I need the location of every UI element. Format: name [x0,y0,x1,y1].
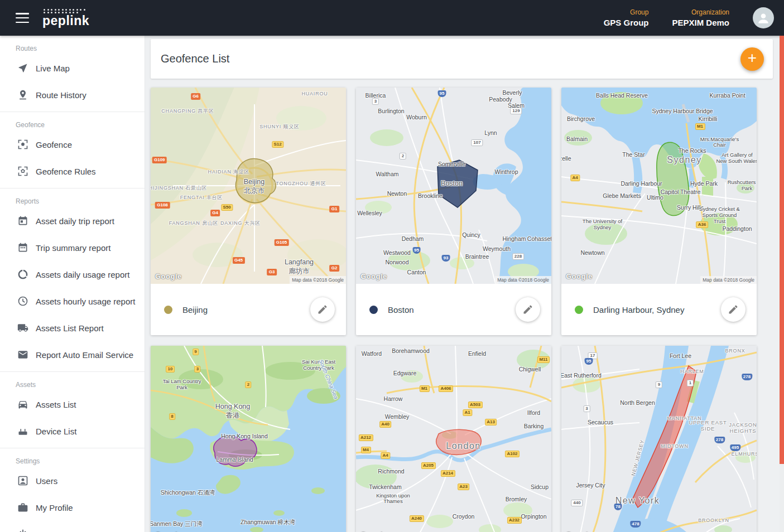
user-avatar[interactable] [753,7,774,28]
map-overlay: WatfordBorehamwoodEnfieldChigwellEdgware… [356,346,551,532]
road-badge-icon: A214 [440,470,455,477]
map-label: Sidcup [531,483,549,490]
sidebar-item-logout[interactable]: Logout [0,521,145,532]
geofence-card: BillericaBeverlyPeabodySalemBurlingtonWo… [356,88,551,335]
sidebar-item-my-profile[interactable]: My Profile [0,494,145,521]
sidebar-item-asset-daily-trip-report[interactable]: Asset daily trip report [0,207,145,234]
map-label: Brookline [418,192,442,199]
map-label: Ultimo [647,194,663,201]
sidebar-item-geofence[interactable]: Geofence [0,131,145,158]
map-label: Hyde Park [690,180,718,187]
map-overlay: HUAIROUCHANGPING 昌平区SHUNYI 顺义区HAIDIAN 海淀… [151,88,346,284]
sidebar-item-report-auto-email-service[interactable]: Report Auto Email Service [0,341,145,368]
map-label: HUAIROU [301,91,328,96]
map-label: UPPER EAST SIDE [687,420,729,432]
road-badge-icon: 228 [512,253,524,260]
map-overlay: Fort LeeBRONXEast RutherfordHARLEMNorth … [561,346,757,532]
map-label: SHIJINGSHAN 石景山区 [151,184,207,191]
data-usage-icon [17,268,29,280]
group-selector[interactable]: Group GPS Group [604,8,649,27]
road-badge-icon: M4 [360,447,371,453]
map-label: Watford [362,350,382,357]
map-label: Ilford [527,409,540,416]
organization-selector[interactable]: Organization PEPXIM Demo [672,8,729,27]
road-badge-icon: A1 [463,409,472,416]
map-label: Surry Hills [677,204,704,211]
road-badge-icon: 278 [742,374,752,380]
map-new-york: Fort LeeBRONXEast RutherfordHARLEMNorth … [561,346,757,532]
map-label: Beijing [244,178,265,186]
organization-value: PEPXIM Demo [672,18,729,27]
map-label: 香港 [226,410,240,420]
map-label: Rozelle [561,155,571,162]
edit-geofence-button[interactable] [721,297,745,322]
geofence-rules-icon [17,165,29,177]
road-badge-icon: A102 [505,451,520,457]
sidebar-item-users[interactable]: Users [0,467,145,494]
edit-geofence-button[interactable] [516,297,540,322]
map-label: Kirribilli [699,115,718,122]
map-hong-kong: Sai Kung East Country ParkTai Lam Countr… [151,346,346,532]
map-label: Boston [441,180,463,187]
main-content: Geofence List + [145,36,784,532]
map-label: Balmain [566,136,588,142]
sidebar-item-trip-summary-report[interactable]: Trip summary report [0,234,145,261]
road-badge-icon: 9 [656,381,662,388]
map-label: Rushcutters Bay Park [726,180,757,192]
map-overlay: Balls Head ReserveKurraba PointSydney Ha… [561,88,757,284]
add-geofence-button[interactable]: + [740,47,764,71]
map-label: Birchgrove [567,115,595,122]
map-label: Burlington [378,108,404,114]
sidebar-item-device-list[interactable]: Device List [0,418,145,444]
section-title-reports: Reports [0,191,145,207]
edit-geofence-button[interactable] [310,297,335,322]
sidebar-item-assets-list-report[interactable]: Assets List Report [0,315,145,341]
sidebar-item-live-map[interactable]: Live Map [0,55,145,81]
map-label: Hong Kong [215,403,251,410]
sidebar-item-geofence-rules[interactable]: Geofence Rules [0,158,145,185]
device-icon [17,425,29,437]
map-label: Tai Lam Country Park [161,379,203,391]
map-overlay: BillericaBeverlyPeabodySalemBurlingtonWo… [356,88,551,284]
geofence-grid: HUAIROUCHANGPING 昌平区SHUNYI 顺义区HAIDIAN 海淀… [151,88,773,532]
menu-icon[interactable] [16,13,29,23]
sidebar-item-assets-hourly-usage-report[interactable]: Assets hourly usage report [0,288,145,315]
map-label: NEW JERSEY [630,439,645,476]
road-badge-icon: A240 [409,515,424,522]
road-badge-icon: 107 [471,139,483,146]
road-badge-icon: 2 [245,381,251,388]
geofence-card: Sai Kung East Country ParkTai Lam Countr… [151,346,346,532]
page-header: Geofence List + [151,39,773,79]
scrollbar-thumb[interactable] [780,36,784,464]
map-label: Westwood [383,249,411,256]
map-label: Chigwell [519,366,541,373]
sidebar-item-route-history[interactable]: Route History [0,81,145,108]
map-label: CHANGPING 昌平区 [161,108,214,115]
organization-label: Organization [672,8,729,16]
map-label: Edgware [393,370,416,376]
card-footer: Beijing [151,284,346,335]
map-label: SHUNYI 顺义区 [259,123,300,130]
map-label: Sydney [667,155,701,165]
sidebar-item-assets-daily-usage-report[interactable]: Assets daily usage report [0,261,145,288]
map-label: FENGTAI 丰台区 [180,194,223,201]
user-icon [17,475,29,487]
road-badge-icon: 10 [166,366,175,373]
road-badge-icon: 95 [438,90,446,97]
road-badge-icon: A205 [421,462,435,469]
map-label: 北京市 [244,186,265,195]
road-badge-icon: A13 [485,419,497,425]
road-badge-icon: A232 [507,517,521,524]
section-title-settings: Settings [0,451,145,467]
map-label: BROOKLYN [698,518,729,523]
email-icon [17,349,29,361]
scrollbar[interactable] [780,36,784,532]
map-label: Beverly [502,89,522,96]
logo-text: peplink [42,14,89,27]
car-icon [17,398,29,410]
sidebar-item-assets-list[interactable]: Assets List [0,391,145,418]
clock-icon [17,295,29,307]
map-label: London [446,441,480,451]
pencil-icon [522,304,533,315]
map-label: MANHATTAN [667,415,702,421]
